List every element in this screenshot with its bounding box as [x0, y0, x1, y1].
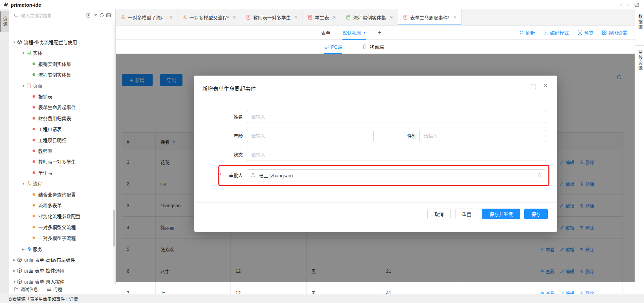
right-panel-bar: 数据源 离线资源	[635, 9, 644, 294]
sidebar-bottom-tabs: 调试信息 问题	[9, 284, 116, 294]
tree-item[interactable]: 财务费用归集表	[9, 113, 71, 124]
save-icon[interactable]	[634, 2, 639, 7]
tree-item[interactable]: 流程实例实体集	[9, 69, 71, 80]
nav-forward-icon[interactable]: ›	[627, 0, 629, 9]
age-field[interactable]	[247, 130, 374, 142]
close-icon[interactable]	[233, 15, 236, 20]
preview-button[interactable]: 预览	[578, 29, 593, 36]
collapse-panel-icon[interactable]	[106, 13, 111, 18]
search-input[interactable]	[20, 13, 72, 18]
new-folder-icon[interactable]	[93, 13, 98, 18]
tab-label: 表单生命周起事件*	[410, 14, 449, 21]
caret-down-icon[interactable]	[21, 84, 26, 88]
reset-button[interactable]: 重置	[455, 209, 478, 219]
tab-label: 一对多模型父流程*	[190, 14, 229, 21]
flow-dot-icon	[33, 204, 35, 207]
caret-right-icon[interactable]	[21, 247, 26, 251]
form-tab[interactable]: 表单	[321, 29, 330, 36]
save-and-continue-button[interactable]: 保存并继续	[482, 209, 520, 219]
gender-field-label: 性别	[380, 130, 417, 142]
close-icon[interactable]	[333, 15, 336, 20]
tree-item[interactable]: 业务化流程参数配置	[9, 211, 80, 221]
caret-down-icon[interactable]	[21, 182, 26, 185]
debug-info-tab[interactable]: 调试信息	[14, 286, 38, 292]
approver-field[interactable]	[247, 169, 546, 181]
tree-item-label: 报销表	[38, 93, 52, 100]
refresh-label: 刷新	[526, 29, 535, 36]
nav-back-icon[interactable]: ‹	[620, 0, 622, 9]
tree-item[interactable]: 服务	[9, 244, 42, 254]
view-settings-button[interactable]: 视图设置	[602, 29, 627, 36]
tab-child-flow[interactable]: 一对多模型子流程	[116, 9, 177, 25]
tree-item[interactable]: 工程项目明细	[9, 135, 66, 145]
tree-item[interactable]: 教师表	[9, 145, 52, 156]
tree-item[interactable]: 页面-表单-高级/布局组件	[9, 254, 75, 265]
close-icon[interactable]	[543, 82, 548, 89]
tab-student-table[interactable]: 学生表	[303, 9, 341, 25]
name-field[interactable]	[247, 111, 546, 123]
fullscreen-icon[interactable]	[531, 84, 536, 89]
default-view-tab[interactable]: 默认视图	[342, 26, 366, 40]
code-mode-button[interactable]: 编码模式	[544, 29, 569, 36]
app-logo-icon	[3, 2, 9, 8]
mobile-tab[interactable]: 移动端	[362, 40, 384, 54]
add-view-button[interactable]: +	[378, 29, 381, 36]
status-field[interactable]	[247, 149, 546, 161]
gender-field[interactable]	[419, 130, 546, 142]
caret-down-icon[interactable]	[12, 40, 17, 44]
tab-label: 流程实例实体集	[353, 14, 386, 21]
caret-down-icon[interactable]	[12, 280, 17, 284]
close-icon[interactable]	[390, 15, 393, 20]
tree-item[interactable]: 流程多表单	[9, 200, 62, 211]
tab-teacher-students[interactable]: 教师表一对多学生	[241, 9, 303, 25]
tree-item[interactable]: 结合业务查询配置	[9, 189, 76, 200]
save-button[interactable]: 保存	[524, 209, 548, 219]
tree-item[interactable]: 工程申请表	[9, 124, 62, 134]
tab-form-lifecycle-event[interactable]: 表单生命周起事件*	[398, 9, 462, 25]
view-settings-label: 视图设置	[608, 29, 627, 36]
refresh-tree-icon[interactable]	[99, 13, 104, 18]
refresh-button[interactable]: 刷新	[519, 29, 535, 36]
scrollbar-thumb[interactable]	[113, 210, 115, 247]
tree-item[interactable]: 一对多模型父流程	[9, 222, 76, 232]
tree-item[interactable]: 页面	[9, 80, 42, 91]
tree-item[interactable]: 页面-表单-控件通用	[9, 265, 64, 276]
tab-label: 学生表	[315, 14, 329, 21]
dialog-title: 新增表单生命周起事件	[202, 84, 256, 92]
close-icon[interactable]	[453, 15, 457, 20]
tree-item[interactable]: 页面-表单-录入控件	[9, 276, 64, 284]
tree-item-label: 结合业务查询配置	[38, 191, 76, 198]
problems-tab[interactable]: 问题	[47, 286, 62, 292]
page-dot-icon	[33, 117, 35, 120]
tree-item[interactable]: 流程-业务流程配置与使用	[9, 37, 77, 47]
tree-item[interactable]: 一对多模型子流程	[9, 232, 76, 243]
cancel-button[interactable]: 取消	[427, 209, 451, 219]
tree-item[interactable]: 表单生命周起事件	[9, 102, 76, 113]
pc-tab[interactable]: PC端	[324, 40, 342, 54]
tree-item[interactable]: 教师表一对多学生	[9, 156, 76, 167]
list-icon	[47, 287, 51, 292]
search-icon[interactable]	[537, 173, 542, 178]
sidebar-scrollbar[interactable]	[113, 21, 115, 284]
caret-right-icon[interactable]	[12, 269, 17, 272]
tab-process-entity-set[interactable]: 流程实例实体集	[341, 9, 398, 25]
datasource-tab[interactable]: 数据源	[637, 14, 643, 31]
flow-dot-icon	[33, 193, 35, 196]
tree-item-label: 流程多表单	[38, 202, 62, 209]
caret-down-icon[interactable]	[21, 51, 26, 55]
activity-tab-resources[interactable]: 资源	[0, 11, 9, 32]
problems-label: 问题	[53, 286, 62, 292]
offline-resources-tab[interactable]: 离线资源	[637, 50, 643, 72]
tree-item[interactable]: 学生表	[9, 167, 52, 178]
close-icon[interactable]	[169, 15, 172, 20]
import-resource-icon[interactable]	[86, 13, 91, 18]
page-dot-icon	[33, 95, 35, 98]
tab-parent-flow[interactable]: 一对多模型父流程*	[177, 9, 241, 25]
close-icon[interactable]	[294, 15, 298, 20]
tree-item[interactable]: 报销表	[9, 91, 52, 102]
tree-item[interactable]: 实体	[9, 47, 42, 58]
tree-item[interactable]: 流程	[9, 178, 42, 189]
caret-right-icon[interactable]	[12, 258, 17, 262]
tree-item-label: 一对多模型父流程	[38, 224, 76, 230]
tree-item[interactable]: 报销实例实体集	[9, 58, 71, 69]
